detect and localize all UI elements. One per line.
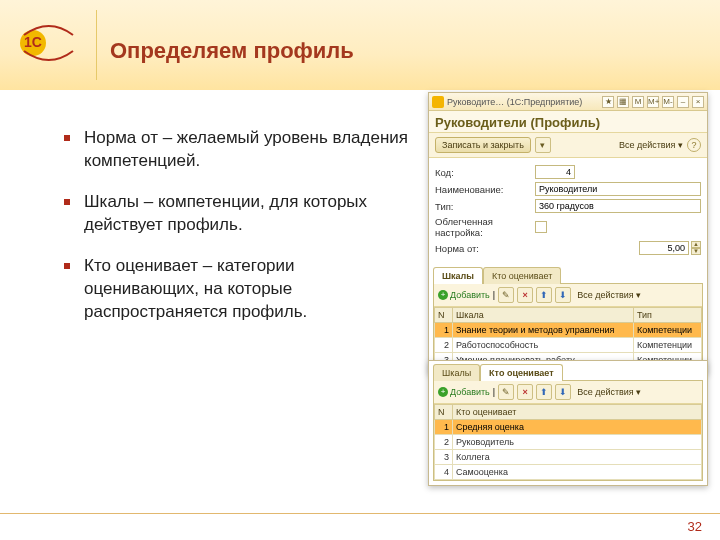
bullet-list: Норма от – желаемый уровень владения ком… [40, 127, 410, 342]
add-button[interactable]: +Добавить [438, 387, 490, 397]
name-label: Наименование: [435, 184, 535, 195]
titlebar-button[interactable]: ★ [602, 96, 614, 108]
memory-m-button[interactable]: M [632, 96, 644, 108]
bullet-item: Шкалы – компетенции, для которых действу… [80, 191, 410, 237]
scales-grid: N Шкала Тип 1 Знание теории и методов уп… [434, 307, 702, 368]
tab-raters[interactable]: Кто оценивает [480, 364, 563, 381]
delete-icon[interactable]: × [517, 287, 533, 303]
titlebar: Руководите… (1С:Предприятие) ★ ▦ M M+ M-… [429, 93, 707, 111]
titlebar-text: Руководите… (1С:Предприятие) [447, 97, 599, 107]
tab-scales[interactable]: Шкалы [433, 364, 480, 381]
name-field[interactable] [535, 182, 701, 196]
norm-label: Норма от: [435, 243, 535, 254]
table-row[interactable]: 1 Знание теории и методов управления Ком… [435, 323, 702, 338]
tab-raters[interactable]: Кто оценивает [483, 267, 561, 284]
col-who: Кто оценивает [453, 405, 702, 420]
titlebar-button[interactable]: ▦ [617, 96, 629, 108]
edit-icon[interactable]: ✎ [498, 287, 514, 303]
table-row[interactable]: 2 Работоспособность Компетенции [435, 338, 702, 353]
add-button[interactable]: +Добавить [438, 290, 490, 300]
move-down-icon[interactable]: ⬇ [555, 287, 571, 303]
slide-header: 1C Определяем профиль [0, 0, 720, 90]
form-toolbar: Записать и закрыть ▾ Все действия ▾ ? [429, 133, 707, 158]
code-label: Код: [435, 167, 535, 178]
toolbar-extra-button[interactable]: ▾ [535, 137, 551, 153]
svg-text:1C: 1C [24, 34, 42, 50]
raters-panel: +Добавить | ✎ × ⬆ ⬇ Все действия ▾ N Кто… [433, 380, 703, 481]
memory-mplus-button[interactable]: M+ [647, 96, 659, 108]
close-button[interactable]: × [692, 96, 704, 108]
bullet-item: Норма от – желаемый уровень владения ком… [80, 127, 410, 173]
footer-divider [0, 513, 720, 514]
col-scale: Шкала [453, 308, 634, 323]
header-divider [96, 10, 97, 80]
divider: | [493, 290, 495, 300]
all-actions-menu[interactable]: Все действия ▾ [577, 387, 641, 397]
divider: | [493, 387, 495, 397]
memory-mminus-button[interactable]: M- [662, 96, 674, 108]
help-icon[interactable]: ? [687, 138, 701, 152]
scales-panel: +Добавить | ✎ × ⬆ ⬇ Все действия ▾ N Шка… [433, 283, 703, 369]
tabstrip: Шкалы Кто оценивает [433, 266, 707, 283]
form-title: Руководители (Профиль) [429, 111, 707, 133]
col-n: N [435, 405, 453, 420]
table-row[interactable]: 3 Коллега [435, 450, 702, 465]
table-row[interactable]: 2 Руководитель [435, 435, 702, 450]
minimize-button[interactable]: – [677, 96, 689, 108]
light-label: Облегченная настройка: [435, 216, 535, 238]
code-field[interactable] [535, 165, 575, 179]
table-row[interactable]: 4 Самооценка [435, 465, 702, 480]
tab-scales[interactable]: Шкалы [433, 267, 483, 284]
norm-spinner[interactable]: ▲▼ [691, 241, 701, 255]
all-actions-menu[interactable]: Все действия ▾ [619, 140, 683, 150]
page-number: 32 [688, 519, 702, 534]
table-row[interactable]: 1 Средняя оценка [435, 420, 702, 435]
bullet-item: Кто оценивает – категории оценивающих, н… [80, 255, 410, 324]
col-n: N [435, 308, 453, 323]
move-up-icon[interactable]: ⬆ [536, 287, 552, 303]
type-label: Тип: [435, 201, 535, 212]
slide-title: Определяем профиль [110, 38, 354, 64]
edit-icon[interactable]: ✎ [498, 384, 514, 400]
delete-icon[interactable]: × [517, 384, 533, 400]
logo-1c: 1C [18, 18, 80, 68]
app-icon [432, 96, 444, 108]
save-and-close-button[interactable]: Записать и закрыть [435, 137, 531, 153]
all-actions-menu[interactable]: Все действия ▾ [577, 290, 641, 300]
norm-field[interactable] [639, 241, 689, 255]
raters-fragment: Шкалы Кто оценивает +Добавить | ✎ × ⬆ ⬇ … [428, 360, 708, 486]
app-window: Руководите… (1С:Предприятие) ★ ▦ M M+ M-… [428, 92, 708, 374]
move-down-icon[interactable]: ⬇ [555, 384, 571, 400]
light-checkbox[interactable] [535, 221, 547, 233]
type-field[interactable] [535, 199, 701, 213]
raters-grid: N Кто оценивает 1 Средняя оценка 2 Руков… [434, 404, 702, 480]
col-type: Тип [633, 308, 701, 323]
move-up-icon[interactable]: ⬆ [536, 384, 552, 400]
